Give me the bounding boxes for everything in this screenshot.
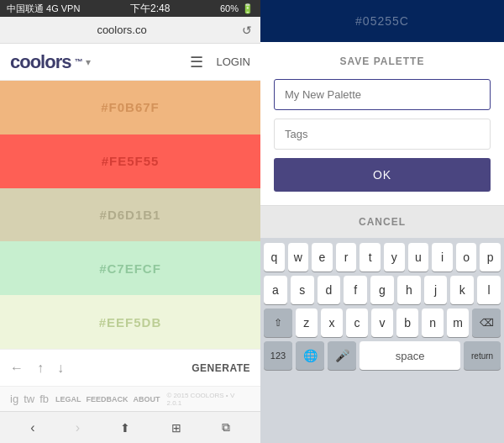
swatch-label-4: #C7EFCF bbox=[99, 261, 161, 276]
bookmarks-icon[interactable]: ⊞ bbox=[171, 421, 181, 435]
keyboard-row-3: ⇧ z x c v b n m ⌫ bbox=[264, 309, 501, 337]
palette-name-input[interactable] bbox=[274, 79, 491, 110]
logo: coolors bbox=[10, 51, 71, 73]
right-panel: #05255C SAVE PALETTE OK CANCEL q w e r t… bbox=[260, 0, 504, 443]
status-battery: 60% 🔋 bbox=[220, 3, 254, 14]
toolbar-actions: ← ↑ ↓ bbox=[10, 361, 64, 376]
key-z[interactable]: z bbox=[296, 309, 318, 337]
browser-back-button[interactable]: ‹ bbox=[30, 420, 34, 435]
menu-icon[interactable]: ☰ bbox=[190, 53, 203, 71]
key-d[interactable]: d bbox=[318, 276, 341, 304]
address-text[interactable]: coolors.co bbox=[8, 24, 235, 36]
status-carrier: 中国联通 4G VPN bbox=[7, 3, 80, 15]
swatches-container: #F0B67F #FE5F55 #D6D1B1 #C7EFCF #EEF5DB bbox=[0, 81, 260, 349]
color-hex-text: #05255C bbox=[355, 14, 409, 28]
keyboard: q w e r t y u i o p a s d f g h j k l ⇧ … bbox=[260, 238, 504, 443]
delete-key[interactable]: ⌫ bbox=[472, 309, 501, 337]
key-b[interactable]: b bbox=[396, 309, 418, 337]
key-s[interactable]: s bbox=[291, 276, 314, 304]
key-r[interactable]: r bbox=[336, 243, 357, 272]
generate-button[interactable]: GENERATE bbox=[192, 362, 250, 374]
nav-bar: coolors ™ ▾ ☰ LOGIN bbox=[0, 44, 260, 81]
key-e[interactable]: e bbox=[312, 243, 333, 272]
down-icon[interactable]: ↓ bbox=[57, 361, 64, 376]
swatch-label-3: #D6D1B1 bbox=[100, 208, 161, 222]
key-k[interactable]: k bbox=[450, 276, 474, 304]
shift-key[interactable]: ⇧ bbox=[264, 309, 292, 337]
key-g[interactable]: g bbox=[370, 276, 394, 304]
bottom-toolbar: ← ↑ ↓ GENERATE bbox=[0, 349, 260, 386]
footer: ig tw fb LEGAL FEEDBACK ABOUT © 2015 COO… bbox=[0, 386, 260, 411]
instagram-icon[interactable]: ig bbox=[10, 393, 18, 405]
key-x[interactable]: x bbox=[321, 309, 343, 337]
key-q[interactable]: q bbox=[264, 243, 285, 272]
color-preview: #05255C bbox=[260, 0, 504, 42]
copyright-text: © 2015 COOLORS • V 2.0.1 bbox=[166, 392, 250, 407]
key-c[interactable]: c bbox=[346, 309, 368, 337]
key-i[interactable]: i bbox=[432, 243, 453, 272]
key-l[interactable]: l bbox=[477, 276, 501, 304]
reload-icon[interactable]: ↺ bbox=[242, 24, 252, 37]
key-t[interactable]: t bbox=[360, 243, 381, 272]
footer-links: LEGAL FEEDBACK ABOUT bbox=[55, 395, 160, 403]
browser-bottom-bar: ‹ › ⬆ ⊞ ⧉ bbox=[0, 411, 260, 443]
swatch-5[interactable]: #EEF5DB bbox=[0, 295, 260, 349]
tags-input[interactable] bbox=[274, 119, 491, 150]
tabs-icon[interactable]: ⧉ bbox=[222, 420, 230, 435]
swatch-2[interactable]: #FE5F55 bbox=[0, 134, 260, 188]
key-a[interactable]: a bbox=[264, 276, 287, 304]
swatch-label-5: #EEF5DB bbox=[99, 315, 162, 330]
key-f[interactable]: f bbox=[344, 276, 367, 304]
address-bar: coolors.co ↺ bbox=[0, 17, 260, 44]
swatch-3[interactable]: #D6D1B1 bbox=[0, 188, 260, 242]
mic-key[interactable]: 🎤 bbox=[328, 341, 356, 370]
share-icon[interactable]: ⬆ bbox=[120, 421, 130, 435]
keyboard-row-1: q w e r t y u i o p bbox=[264, 243, 501, 272]
key-v[interactable]: v bbox=[371, 309, 393, 337]
status-bar: 中国联通 4G VPN 下午2:48 60% 🔋 bbox=[0, 0, 260, 17]
up-icon[interactable]: ↑ bbox=[37, 361, 44, 376]
swatch-4[interactable]: #C7EFCF bbox=[0, 241, 260, 295]
key-j[interactable]: j bbox=[424, 276, 448, 304]
keyboard-row-4: 123 🌐 🎤 space return bbox=[264, 341, 501, 370]
key-o[interactable]: o bbox=[456, 243, 477, 272]
key-m[interactable]: m bbox=[447, 309, 469, 337]
key-y[interactable]: y bbox=[384, 243, 405, 272]
feedback-link[interactable]: FEEDBACK bbox=[86, 395, 128, 403]
space-key[interactable]: space bbox=[360, 341, 460, 370]
numbers-key[interactable]: 123 bbox=[264, 341, 292, 370]
nav-icons: ☰ LOGIN bbox=[190, 53, 250, 71]
legal-link[interactable]: LEGAL bbox=[55, 395, 81, 403]
swatch-label-2: #FE5F55 bbox=[102, 154, 160, 168]
modal-title: SAVE PALETTE bbox=[274, 55, 491, 67]
swatch-1[interactable]: #F0B67F bbox=[0, 81, 260, 134]
login-button[interactable]: LOGIN bbox=[217, 55, 250, 68]
back-icon[interactable]: ← bbox=[10, 361, 24, 376]
key-h[interactable]: h bbox=[397, 276, 421, 304]
keyboard-row-2: a s d f g h j k l bbox=[264, 276, 501, 304]
footer-social-icons: ig tw fb bbox=[10, 393, 49, 405]
facebook-icon[interactable]: fb bbox=[39, 393, 49, 405]
save-palette-modal: SAVE PALETTE OK bbox=[260, 42, 504, 205]
twitter-icon[interactable]: tw bbox=[24, 393, 34, 405]
return-key[interactable]: return bbox=[464, 341, 501, 370]
browser-forward-button[interactable]: › bbox=[76, 420, 80, 435]
cancel-text: CANCEL bbox=[359, 216, 406, 228]
left-panel: 中国联通 4G VPN 下午2:48 60% 🔋 coolors.co ↺ co… bbox=[0, 0, 260, 443]
globe-key[interactable]: 🌐 bbox=[296, 341, 324, 370]
ok-button[interactable]: OK bbox=[274, 158, 491, 192]
status-time: 下午2:48 bbox=[130, 2, 170, 16]
cancel-bar[interactable]: CANCEL bbox=[260, 205, 504, 238]
chevron-down-icon[interactable]: ▾ bbox=[86, 56, 91, 68]
key-w[interactable]: w bbox=[288, 243, 309, 272]
key-p[interactable]: p bbox=[480, 243, 501, 272]
key-u[interactable]: u bbox=[408, 243, 429, 272]
swatch-label-1: #F0B67F bbox=[101, 100, 160, 114]
key-n[interactable]: n bbox=[422, 309, 444, 337]
about-link[interactable]: ABOUT bbox=[133, 395, 160, 403]
